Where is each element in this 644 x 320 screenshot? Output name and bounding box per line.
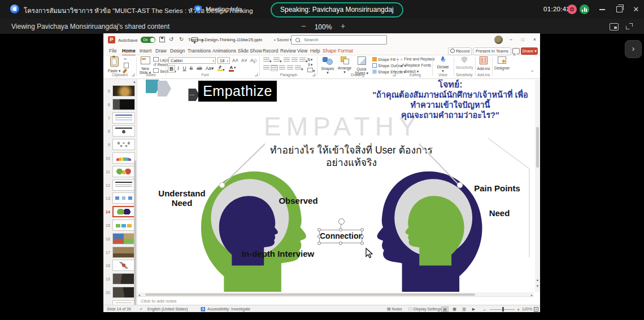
ppt-search-box[interactable]	[291, 35, 387, 45]
line-spacing-icon[interactable]: ▾	[299, 58, 308, 64]
slide-thumbnail[interactable]	[112, 220, 135, 231]
paragraph-dialog-launcher[interactable]	[312, 73, 315, 76]
share-button[interactable]: Share ▾	[521, 47, 538, 55]
columns-icon[interactable]: ▾	[295, 65, 303, 72]
expand-side-panel-button[interactable]: ›	[625, 40, 642, 58]
user-avatar[interactable]	[494, 36, 503, 44]
slide-thumbnail[interactable]	[112, 233, 135, 244]
slide-thumbnail[interactable]	[112, 287, 135, 298]
slide-thumbnail-row[interactable]: 7	[103, 112, 137, 125]
numbering-icon[interactable]: ▾	[273, 58, 282, 64]
accessibility-status[interactable]: Accessibility: Investigate	[207, 307, 250, 311]
tab-shape-format[interactable]: Shape Format	[323, 48, 353, 54]
slide-thumbnail-row[interactable]: 11	[103, 166, 137, 178]
tab-insert[interactable]: Insert	[140, 48, 151, 54]
selection-handle[interactable]	[360, 228, 364, 231]
thumbnails-scrollbar[interactable]	[134, 160, 136, 305]
ppt-minimize-button[interactable]: −	[506, 33, 516, 46]
language-status[interactable]: English (United States)	[147, 307, 188, 311]
font-dialog-launcher[interactable]	[255, 73, 258, 76]
tab-transitions[interactable]: Transitions	[188, 48, 211, 54]
italic-button[interactable]: I	[175, 65, 181, 72]
selection-handle[interactable]	[317, 242, 321, 245]
tab-design[interactable]: Design	[170, 48, 185, 54]
tab-animations[interactable]: Animations	[212, 48, 236, 54]
slide-thumbnail[interactable]	[112, 112, 135, 124]
slide-thumbnail-row[interactable]: 9	[103, 139, 137, 151]
collapse-ribbon-icon[interactable]: ⌄	[530, 68, 534, 73]
tab-view[interactable]: View	[297, 48, 307, 54]
label-observed[interactable]: Observed	[276, 196, 321, 205]
undo-icon[interactable]: ↺	[169, 36, 173, 42]
status-zoom-out[interactable]: −	[483, 307, 486, 313]
tab-record[interactable]: Record	[263, 48, 278, 54]
slide-thumbnail[interactable]	[112, 166, 135, 177]
new-slide-button[interactable]: NewSlide ▾	[138, 56, 152, 75]
speaking-indicator[interactable]: Speaking: Pavichaya Monsiriruangdaj	[271, 2, 403, 17]
pop-out-content-icon[interactable]	[610, 23, 619, 30]
redo-icon[interactable]: ↻	[179, 36, 184, 42]
ppt-maximize-button[interactable]: □	[517, 33, 528, 46]
tab-review[interactable]: Review	[280, 48, 296, 54]
font-size-select[interactable]: 18▾	[217, 57, 230, 64]
hscroll-thumb[interactable]	[145, 293, 475, 296]
slide-thumbnail[interactable]	[112, 152, 135, 164]
slide-thumbnail-row[interactable]: 14	[103, 206, 137, 218]
label-pain-points[interactable]: Pain Points	[472, 183, 523, 193]
slide-thumbnail[interactable]	[112, 300, 135, 305]
selection-handle[interactable]	[360, 235, 364, 238]
shapes-button[interactable]: Shapes▾	[320, 56, 335, 75]
slide-thumbnail-row[interactable]: 10	[103, 152, 137, 165]
notes-toggle[interactable]: ▤ Notes	[387, 307, 402, 312]
slideshow-view-button[interactable]: ▶	[470, 306, 477, 312]
zoom-slider-knob[interactable]	[502, 307, 504, 312]
clipboard-dialog-launcher[interactable]	[132, 73, 134, 76]
text-shadow-button[interactable]: ab	[195, 65, 203, 72]
comments-icon[interactable]	[512, 48, 520, 54]
slide-thumbnail[interactable]	[112, 247, 135, 258]
slide-thumbnail-row[interactable]: 17	[103, 247, 137, 259]
slide-thumbnail-row[interactable]: 15	[103, 220, 137, 232]
slide-sorter-view-button[interactable]: ▦	[451, 306, 458, 312]
slide-thumbnail-row[interactable]: 18	[103, 260, 137, 272]
bold-button[interactable]: B	[168, 65, 175, 73]
search-input[interactable]	[303, 36, 384, 43]
find-replace-button[interactable]: ⌕ Find and Replace	[401, 57, 435, 62]
tab-draw[interactable]: Draw	[155, 48, 167, 54]
slide-canvas[interactable]: EMPATHY ⋯ Empathize โจทย์: "ถ้าคุณต้องสั…	[137, 80, 534, 292]
shape-fill-button[interactable]: Shape Fill ▾	[372, 57, 399, 62]
zoom-out-button[interactable]: −	[298, 21, 308, 30]
justify-icon[interactable]	[287, 65, 293, 71]
fit-to-frame-icon[interactable]	[626, 23, 633, 29]
dictate-button[interactable]: Dictate▾	[436, 56, 450, 73]
cut-icon[interactable]: ✂	[124, 57, 127, 62]
slide-thumbnail-row[interactable]: 21	[103, 300, 137, 305]
align-text-icon[interactable]: ⇕▾	[307, 63, 312, 67]
slide-thumbnail-row[interactable]: 6	[103, 99, 137, 111]
tab-slideshow[interactable]: Slide Show	[238, 48, 262, 54]
selection-handle[interactable]	[317, 235, 321, 238]
label-understand-need[interactable]: Understand Need	[148, 189, 216, 208]
slide-thumbnail-row[interactable]: 13	[103, 192, 137, 205]
slide-thumbnail-row[interactable]: 5	[103, 85, 137, 98]
fit-slide-to-window-icon[interactable]	[534, 307, 538, 312]
close-window-button[interactable]: ✕	[628, 0, 644, 19]
strikethrough-button[interactable]: S	[188, 65, 194, 72]
font-color-button[interactable]: A▾	[229, 65, 236, 71]
slide-thumbnail[interactable]	[112, 206, 135, 217]
align-left-icon[interactable]	[263, 65, 269, 71]
paste-button[interactable]: Paste ▾	[107, 56, 121, 73]
minimize-window-button[interactable]	[594, 0, 610, 19]
thumbnails-scroll-up-icon[interactable]: ▲	[133, 80, 136, 84]
smartart-convert-icon[interactable]: ▾	[307, 68, 315, 73]
slide-thumbnail-panel[interactable]: 56789101112131415161718192021 ▲	[103, 79, 137, 305]
slide-thumbnail[interactable]	[112, 179, 135, 191]
label-need[interactable]: Need	[480, 208, 519, 218]
clear-formatting-icon[interactable]: A𝚙	[250, 58, 257, 64]
slide-thumbnail[interactable]	[112, 85, 135, 97]
next-slide-icon[interactable]: ▼	[536, 284, 539, 288]
designer-button[interactable]: Designer	[494, 56, 509, 70]
selection-handle[interactable]	[339, 228, 342, 231]
slide-thumbnail-row[interactable]: 12	[103, 179, 137, 192]
drawing-dialog-launcher[interactable]	[393, 73, 395, 76]
